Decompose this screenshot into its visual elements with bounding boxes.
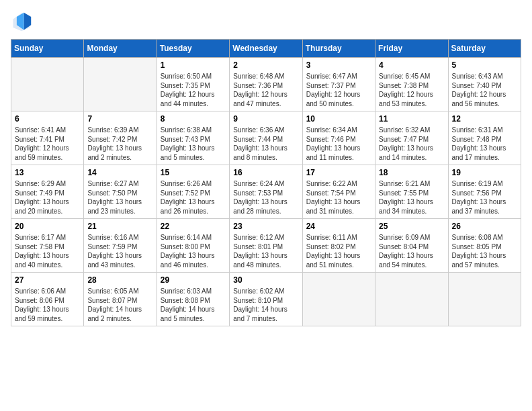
week-row-1: 1Sunrise: 6:50 AMSunset: 7:35 PMDaylight… [11,58,521,111]
day-number: 3 [306,60,371,70]
day-cell-11: 11Sunrise: 6:32 AMSunset: 7:47 PMDayligh… [375,111,448,165]
day-number: 25 [379,222,444,231]
day-info: Sunrise: 6:24 AMSunset: 7:53 PMDaylight:… [233,179,298,216]
day-info: Sunrise: 6:11 AMSunset: 8:02 PMDaylight:… [306,233,371,269]
empty-cell [11,58,84,111]
day-cell-27: 27Sunrise: 6:06 AMSunset: 8:06 PMDayligh… [11,273,84,326]
day-number: 23 [233,222,298,231]
day-number: 27 [15,275,80,285]
day-info: Sunrise: 6:09 AMSunset: 8:04 PMDaylight:… [379,233,444,269]
day-header-saturday: Saturday [448,40,521,58]
day-header-tuesday: Tuesday [157,40,229,58]
day-number: 1 [161,60,226,70]
day-header-friday: Friday [375,40,448,58]
day-number: 4 [379,60,444,70]
day-info: Sunrise: 6:14 AMSunset: 8:00 PMDaylight:… [161,233,226,269]
week-row-4: 20Sunrise: 6:17 AMSunset: 7:58 PMDayligh… [11,219,521,273]
day-header-monday: Monday [84,40,157,58]
day-number: 17 [306,168,371,177]
day-info: Sunrise: 6:36 AMSunset: 7:44 PMDaylight:… [233,126,298,162]
day-number: 28 [87,275,152,285]
day-info: Sunrise: 6:34 AMSunset: 7:46 PMDaylight:… [306,126,371,162]
day-cell-16: 16Sunrise: 6:24 AMSunset: 7:53 PMDayligh… [230,165,302,219]
day-cell-21: 21Sunrise: 6:16 AMSunset: 7:59 PMDayligh… [84,219,157,273]
day-cell-4: 4Sunrise: 6:45 AMSunset: 7:38 PMDaylight… [375,58,448,111]
day-cell-22: 22Sunrise: 6:14 AMSunset: 8:00 PMDayligh… [157,219,229,273]
day-info: Sunrise: 6:41 AMSunset: 7:41 PMDaylight:… [15,126,80,162]
day-cell-10: 10Sunrise: 6:34 AMSunset: 7:46 PMDayligh… [302,111,375,165]
day-number: 13 [15,168,80,177]
day-cell-24: 24Sunrise: 6:11 AMSunset: 8:02 PMDayligh… [302,219,375,273]
day-info: Sunrise: 6:22 AMSunset: 7:54 PMDaylight:… [306,179,371,216]
day-number: 18 [379,168,444,177]
day-info: Sunrise: 6:43 AMSunset: 7:40 PMDaylight:… [452,72,517,108]
day-cell-30: 30Sunrise: 6:02 AMSunset: 8:10 PMDayligh… [230,273,302,326]
day-cell-13: 13Sunrise: 6:29 AMSunset: 7:49 PMDayligh… [11,165,84,219]
day-cell-26: 26Sunrise: 6:08 AMSunset: 8:05 PMDayligh… [448,219,521,273]
day-info: Sunrise: 6:26 AMSunset: 7:52 PMDaylight:… [161,179,226,216]
empty-cell [448,273,521,326]
day-cell-25: 25Sunrise: 6:09 AMSunset: 8:04 PMDayligh… [375,219,448,273]
day-cell-23: 23Sunrise: 6:12 AMSunset: 8:01 PMDayligh… [230,219,302,273]
week-row-2: 6Sunrise: 6:41 AMSunset: 7:41 PMDaylight… [11,111,521,165]
empty-cell [84,58,157,111]
day-number: 5 [452,60,517,70]
day-cell-17: 17Sunrise: 6:22 AMSunset: 7:54 PMDayligh… [302,165,375,219]
day-info: Sunrise: 6:05 AMSunset: 8:07 PMDaylight:… [87,287,152,323]
week-row-3: 13Sunrise: 6:29 AMSunset: 7:49 PMDayligh… [11,165,521,219]
day-header-wednesday: Wednesday [230,40,302,58]
day-number: 9 [233,114,298,124]
page-header [11,11,521,32]
day-number: 21 [87,222,152,231]
day-info: Sunrise: 6:12 AMSunset: 8:01 PMDaylight:… [233,233,298,269]
day-number: 19 [452,168,517,177]
day-number: 12 [452,114,517,124]
day-cell-3: 3Sunrise: 6:47 AMSunset: 7:37 PMDaylight… [302,58,375,111]
day-info: Sunrise: 6:03 AMSunset: 8:08 PMDaylight:… [161,287,226,323]
day-number: 15 [161,168,226,177]
day-number: 8 [161,114,226,124]
day-info: Sunrise: 6:08 AMSunset: 8:05 PMDaylight:… [452,233,517,269]
day-cell-8: 8Sunrise: 6:38 AMSunset: 7:43 PMDaylight… [157,111,229,165]
day-cell-9: 9Sunrise: 6:36 AMSunset: 7:44 PMDaylight… [230,111,302,165]
day-info: Sunrise: 6:19 AMSunset: 7:56 PMDaylight:… [452,179,517,216]
days-header-row: SundayMondayTuesdayWednesdayThursdayFrid… [11,40,521,58]
day-info: Sunrise: 6:45 AMSunset: 7:38 PMDaylight:… [379,72,444,108]
day-info: Sunrise: 6:48 AMSunset: 7:36 PMDaylight:… [233,72,298,108]
day-number: 22 [161,222,226,231]
day-number: 16 [233,168,298,177]
logo-icon [11,11,32,32]
day-info: Sunrise: 6:50 AMSunset: 7:35 PMDaylight:… [161,72,226,108]
day-number: 14 [87,168,152,177]
day-number: 26 [452,222,517,231]
day-info: Sunrise: 6:21 AMSunset: 7:55 PMDaylight:… [379,179,444,216]
calendar-table: SundayMondayTuesdayWednesdayThursdayFrid… [11,39,521,326]
day-number: 24 [306,222,371,231]
day-info: Sunrise: 6:32 AMSunset: 7:47 PMDaylight:… [379,126,444,162]
day-number: 6 [15,114,80,124]
empty-cell [375,273,448,326]
day-cell-19: 19Sunrise: 6:19 AMSunset: 7:56 PMDayligh… [448,165,521,219]
day-info: Sunrise: 6:31 AMSunset: 7:48 PMDaylight:… [452,126,517,162]
week-row-5: 27Sunrise: 6:06 AMSunset: 8:06 PMDayligh… [11,273,521,326]
day-number: 7 [87,114,152,124]
svg-marker-1 [24,13,32,30]
day-cell-20: 20Sunrise: 6:17 AMSunset: 7:58 PMDayligh… [11,219,84,273]
day-info: Sunrise: 6:06 AMSunset: 8:06 PMDaylight:… [15,287,80,323]
day-info: Sunrise: 6:02 AMSunset: 8:10 PMDaylight:… [233,287,298,323]
day-cell-7: 7Sunrise: 6:39 AMSunset: 7:42 PMDaylight… [84,111,157,165]
day-cell-6: 6Sunrise: 6:41 AMSunset: 7:41 PMDaylight… [11,111,84,165]
day-cell-12: 12Sunrise: 6:31 AMSunset: 7:48 PMDayligh… [448,111,521,165]
day-cell-29: 29Sunrise: 6:03 AMSunset: 8:08 PMDayligh… [157,273,229,326]
day-info: Sunrise: 6:29 AMSunset: 7:49 PMDaylight:… [15,179,80,216]
day-cell-5: 5Sunrise: 6:43 AMSunset: 7:40 PMDaylight… [448,58,521,111]
day-info: Sunrise: 6:47 AMSunset: 7:37 PMDaylight:… [306,72,371,108]
day-number: 2 [233,60,298,70]
day-cell-28: 28Sunrise: 6:05 AMSunset: 8:07 PMDayligh… [84,273,157,326]
day-info: Sunrise: 6:27 AMSunset: 7:50 PMDaylight:… [87,179,152,216]
day-cell-1: 1Sunrise: 6:50 AMSunset: 7:35 PMDaylight… [157,58,229,111]
day-info: Sunrise: 6:39 AMSunset: 7:42 PMDaylight:… [87,126,152,162]
day-info: Sunrise: 6:38 AMSunset: 7:43 PMDaylight:… [161,126,226,162]
logo [11,11,35,32]
day-number: 10 [306,114,371,124]
